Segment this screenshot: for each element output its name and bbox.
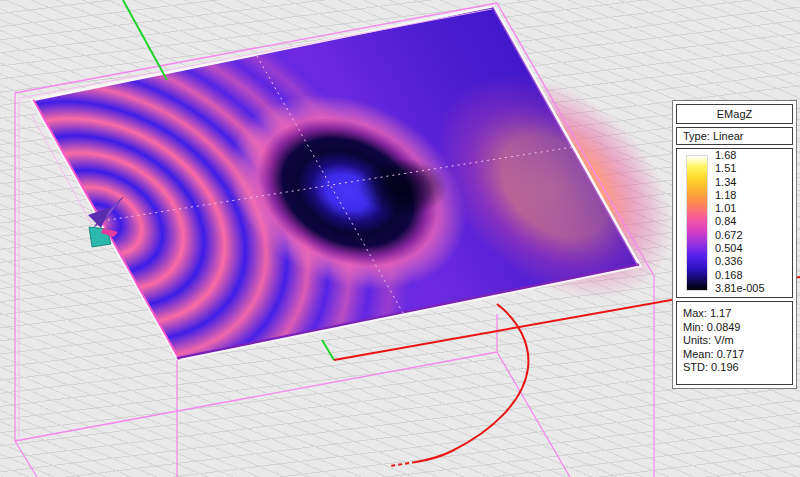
stat-line: STD: 0.196 (683, 361, 792, 375)
scale-value: 0.168 (715, 270, 765, 281)
scale-value: 0.84 (715, 216, 765, 227)
field-plane[interactable] (32, 0, 717, 384)
stat-line: Max: 1.17 (683, 307, 792, 321)
field-right-shade (32, 6, 640, 360)
scale-value: 0.504 (715, 243, 765, 254)
scale-value: 1.34 (715, 177, 765, 188)
legend-title: EMagZ (676, 104, 793, 124)
scale-value: 3.81e-005 (715, 283, 765, 294)
colorbar-gradient (686, 155, 708, 291)
scale-value: 1.01 (715, 203, 765, 214)
stat-line: Mean: 0.717 (683, 348, 792, 362)
stat-line: Units: V/m (683, 334, 792, 348)
stat-line: Min: 0.0849 (683, 321, 792, 335)
scale-value: 0.672 (715, 230, 765, 241)
red-arc-dashed-tail (390, 462, 416, 466)
colorbar-labels: 1.68 1.51 1.34 1.18 1.01 0.84 0.672 0.50… (715, 150, 765, 294)
scale-value: 1.68 (715, 150, 765, 161)
legend-stats: Max: 1.17 Min: 0.0849 Units: V/m Mean: 0… (676, 301, 793, 385)
simulation-viewport[interactable]: EMagZ Type: Linear 1.68 1.51 1.34 1.18 1… (0, 0, 800, 477)
scale-value: 1.18 (715, 190, 765, 201)
scale-value: 1.51 (715, 163, 765, 174)
results-legend[interactable]: EMagZ Type: Linear 1.68 1.51 1.34 1.18 1… (672, 100, 797, 389)
legend-colorbar: 1.68 1.51 1.34 1.18 1.01 0.84 0.672 0.50… (676, 148, 793, 298)
scale-value: 0.336 (715, 256, 765, 267)
legend-scale-type: Type: Linear (676, 127, 793, 145)
